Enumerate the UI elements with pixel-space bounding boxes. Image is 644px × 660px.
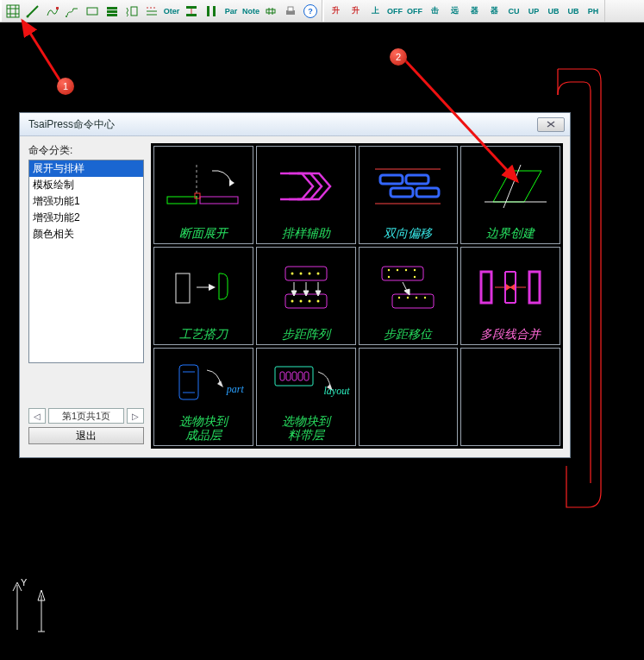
svg-point-75 (414, 276, 416, 278)
svg-text:Y: Y (21, 578, 28, 588)
svg-rect-9 (87, 8, 97, 15)
printer-icon[interactable] (281, 2, 300, 21)
tile-step-array[interactable]: 步距阵列 (256, 247, 356, 345)
category-listbox[interactable]: 展开与排样 模板绘制 增强功能1 增强功能2 颜色相关 (28, 160, 144, 363)
svg-marker-47 (493, 171, 541, 202)
tile-polyline-merge[interactable]: 多段线合并 (460, 247, 560, 345)
svg-rect-86 (179, 365, 198, 399)
tile-label: 选物块到 成品层 (179, 415, 228, 442)
category-item[interactable]: 颜色相关 (29, 226, 143, 242)
oter-icon[interactable]: Oter (162, 2, 181, 21)
svg-rect-21 (213, 6, 216, 16)
category-item[interactable]: 增强功能2 (29, 210, 143, 226)
svg-marker-63 (291, 291, 297, 296)
svg-rect-18 (186, 14, 197, 16)
tb2-2[interactable]: 上 (366, 2, 385, 21)
par-icon[interactable]: Par (222, 2, 241, 21)
dialog-close-button[interactable] (537, 117, 565, 132)
tile-unfold-section[interactable]: 断面展开 (153, 146, 253, 244)
curve-icon[interactable] (43, 2, 62, 21)
svg-rect-13 (131, 7, 137, 16)
category-item[interactable]: 展开与排样 (29, 160, 143, 177)
close-icon (546, 120, 556, 129)
page-next-button[interactable]: ▷ (127, 408, 144, 424)
tb2-3[interactable]: OFF (385, 2, 404, 21)
tb2-13[interactable]: PH (584, 2, 603, 21)
tb2-4[interactable]: OFF (405, 2, 424, 21)
page-prev-button[interactable]: ◁ (28, 408, 46, 424)
page-indicator: 第1页共1页 (48, 408, 124, 424)
svg-marker-67 (316, 291, 321, 296)
tb2-11[interactable]: UB (544, 2, 563, 21)
tile-process-bridge[interactable]: 工艺搭刀 (153, 247, 253, 345)
svg-point-8 (66, 16, 67, 17)
toolbar-group-1: Oter Par Note ? (0, 0, 322, 22)
category-item[interactable]: 模板绘制 (29, 177, 143, 193)
svg-rect-43 (380, 175, 403, 184)
tile-step-shift[interactable]: 步距移位 (359, 247, 459, 345)
svg-rect-92 (286, 372, 291, 380)
dashstack-icon[interactable] (142, 2, 161, 21)
stack-icon[interactable] (103, 2, 122, 21)
note-icon[interactable]: Note (241, 2, 260, 21)
exit-button[interactable]: 退出 (28, 427, 144, 444)
svg-point-56 (308, 273, 310, 275)
svg-rect-10 (107, 7, 117, 9)
svg-point-57 (316, 273, 319, 275)
tile-aux-label: layout (324, 385, 350, 398)
tb2-7[interactable]: 器 (465, 2, 484, 21)
tile-boundary-create[interactable]: 边界创建 (460, 146, 560, 244)
svg-rect-22 (266, 9, 275, 13)
svg-rect-39 (195, 193, 200, 198)
svg-rect-44 (406, 175, 428, 184)
tb2-9[interactable]: CU (504, 2, 523, 21)
tile-label: 双向偏移 (384, 227, 432, 240)
vertbars-icon[interactable] (202, 2, 221, 21)
bolt-icon[interactable] (261, 2, 280, 21)
top-toolbar: Oter Par Note ? 升 升 上 OFF OFF 击 远 器 器 CU… (0, 0, 644, 22)
diag-icon[interactable] (23, 2, 42, 21)
squiggle-icon[interactable] (122, 2, 141, 21)
svg-rect-7 (56, 7, 59, 9)
svg-rect-46 (416, 188, 439, 197)
annotation-bubble-1: 1 (57, 78, 74, 95)
category-item[interactable]: 增强功能1 (29, 193, 143, 210)
svg-rect-38 (200, 197, 238, 204)
svg-rect-95 (304, 372, 309, 380)
help-icon[interactable]: ? (301, 2, 320, 21)
dialog-titlebar[interactable]: TsaiPress命令中心 (20, 113, 570, 136)
tb2-1[interactable]: 升 (346, 2, 365, 21)
dialog-title-text: TsaiPress命令中心 (28, 117, 115, 132)
svg-point-78 (416, 297, 417, 299)
svg-point-60 (308, 300, 310, 303)
tile-selblk-to-strip[interactable]: layout 选物块到 料带层 (256, 348, 356, 446)
tb2-0[interactable]: 升 (326, 2, 345, 21)
svg-rect-12 (107, 14, 117, 16)
svg-point-70 (388, 269, 390, 271)
tile-label: 排样辅助 (282, 227, 330, 240)
svg-rect-69 (392, 294, 434, 308)
svg-point-76 (398, 297, 400, 299)
bars-icon[interactable] (182, 2, 201, 21)
tb2-12[interactable]: UB (564, 2, 583, 21)
svg-point-71 (397, 269, 398, 271)
svg-marker-65 (303, 291, 309, 296)
path-icon[interactable] (63, 2, 82, 21)
tile-bidir-offset[interactable]: 双向偏移 (359, 146, 459, 244)
tb2-10[interactable]: UP (524, 2, 543, 21)
svg-marker-40 (229, 179, 234, 186)
svg-rect-26 (288, 7, 293, 11)
rect-icon[interactable] (83, 2, 102, 21)
command-grid: 断面展开 排样辅助 双向偏移 边界创建 工艺搭刀 步距阵列 (151, 143, 563, 449)
svg-rect-90 (275, 367, 313, 386)
cmd-center-dialog: TsaiPress命令中心 命令分类: 展开与排样 模板绘制 增强功能1 增强功… (19, 112, 571, 458)
tile-selblk-to-product[interactable]: part 选物块到 成品层 (153, 348, 253, 446)
tile-nesting-helper[interactable]: 排样辅助 (256, 146, 356, 244)
svg-rect-91 (280, 372, 284, 380)
cmd-center-icon[interactable] (3, 2, 22, 21)
tb2-5[interactable]: 击 (425, 2, 444, 21)
tb2-8[interactable]: 器 (485, 2, 503, 21)
tile-label: 步距阵列 (282, 328, 330, 341)
tb2-6[interactable]: 远 (445, 2, 464, 21)
svg-marker-89 (217, 380, 223, 387)
